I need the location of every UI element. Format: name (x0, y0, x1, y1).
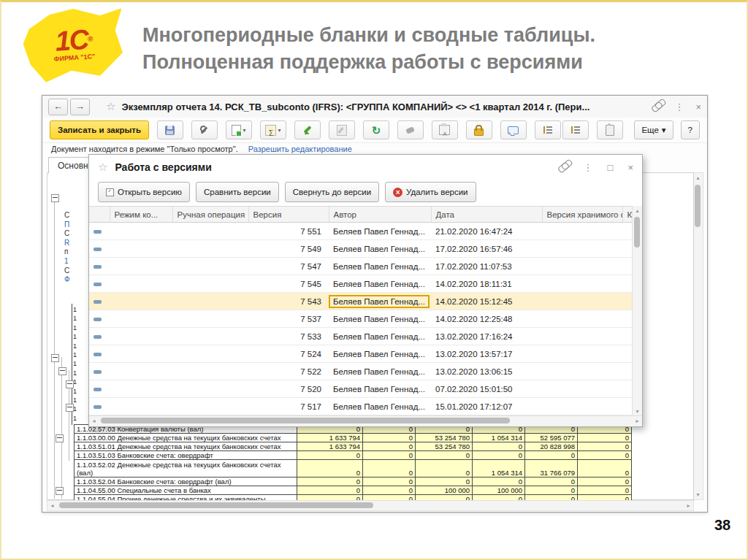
sheet-cell[interactable]: 1 054 314 (473, 460, 525, 477)
scroll-up-icon[interactable]: ▴ (693, 173, 703, 183)
version-row[interactable]: 7 551 Беляев Павел Геннад... 21.02.2020 … (89, 223, 633, 240)
col-version[interactable]: Версия (248, 207, 329, 223)
tree-expander-icon[interactable] (56, 487, 64, 495)
sheet-row[interactable]: 1.1.04.55.00 Специальные счета в банках … (75, 486, 632, 495)
sheet-row[interactable]: 1.1.04.55.04 Прочие денежные средства и … (75, 495, 632, 501)
version-row[interactable]: 7 549 Беляев Павел Геннад... 17.02.2020 … (89, 240, 633, 258)
tree-expander-icon[interactable] (51, 194, 59, 202)
sheet-cell[interactable]: 0 (297, 495, 363, 501)
comments-button[interactable] (500, 120, 527, 139)
version-row[interactable]: 7 524 Беляев Павел Геннад... 13.02.2020 … (89, 345, 633, 363)
sheet-cell[interactable]: 0 (363, 486, 416, 495)
scroll-right-icon[interactable]: ▸ (633, 416, 642, 426)
col-author[interactable]: Автор (329, 207, 431, 223)
sheet-cell[interactable]: 0 (297, 460, 363, 477)
sheet-cell[interactable]: 52 595 077 (525, 434, 578, 442)
tree-expander-icon[interactable] (56, 434, 64, 442)
sheet-cell[interactable]: 0 (578, 477, 632, 486)
sheet-cell[interactable]: 100 000 (416, 486, 473, 495)
sheet-row[interactable]: 1.1.03.51.01 Денежные средства на текущи… (75, 442, 632, 451)
lock-button[interactable] (466, 120, 492, 139)
edit-button[interactable] (294, 120, 321, 139)
sheet-cell[interactable]: 1 633 794 (297, 442, 363, 451)
sheet-cell[interactable]: 0 (578, 495, 632, 501)
clipboard-button[interactable] (597, 120, 623, 139)
sheet-cell[interactable]: 0 (525, 451, 578, 460)
refresh-button[interactable]: ↻ (363, 120, 389, 139)
version-row[interactable]: 7 537 Беляев Павел Геннад... 14.02.2020 … (89, 310, 633, 328)
version-row[interactable]: 7 543 Беляев Павел Геннад... 14.02.2020 … (89, 293, 633, 310)
link-icon[interactable] (557, 161, 569, 174)
sheet-cell[interactable]: 1 633 794 (297, 434, 363, 442)
sheet-cell[interactable]: 0 (363, 434, 416, 442)
sort-desc-button[interactable] (562, 120, 589, 139)
scroll-up-icon[interactable]: ▴ (633, 206, 642, 215)
version-row[interactable]: 7 547 Беляев Павел Геннад... 17.02.2020 … (89, 258, 633, 275)
dialog-horizontal-scrollbar[interactable]: ◂ ▸ (89, 415, 642, 426)
main-vertical-scrollbar[interactable]: ▴ ▾ (692, 172, 703, 500)
sheet-cell[interactable]: 53 254 780 (416, 442, 473, 451)
col-manual[interactable]: Ручная операция (172, 207, 248, 223)
version-row[interactable]: 7 517 Беляев Павел Геннад... 15.01.2020 … (89, 398, 633, 415)
sheet-cell[interactable]: 0 (578, 460, 632, 477)
favorite-star-icon[interactable]: ☆ (106, 100, 115, 113)
back-button[interactable]: ← (48, 99, 68, 115)
window-close-icon[interactable]: × (695, 101, 701, 112)
dialog-vertical-scrollbar[interactable]: ▴ ▾ (632, 206, 642, 416)
sheet-row[interactable]: 1.1.03.52.04 Банковские счета: овердрафт… (75, 477, 632, 486)
scroll-left-icon[interactable]: ◂ (89, 416, 99, 426)
sheet-cell[interactable]: 0 (297, 477, 363, 486)
col-icon[interactable] (89, 207, 110, 223)
sheet-cell[interactable]: 0 (525, 495, 578, 501)
settings-button[interactable] (191, 120, 218, 139)
scroll-down-icon[interactable]: ▾ (693, 490, 703, 499)
scrollbar-thumb[interactable] (634, 217, 640, 248)
delete-versions-button[interactable]: ×Удалить версии (385, 182, 476, 202)
tree-expander-icon[interactable] (58, 367, 66, 375)
sheet-cell[interactable]: 0 (416, 460, 473, 477)
dialog-maximize-icon[interactable]: □ (608, 162, 614, 173)
col-file-version[interactable]: Версия хранимого фа... (542, 207, 622, 223)
scrollbar-thumb[interactable] (101, 418, 510, 423)
link-icon[interactable] (651, 101, 663, 113)
scrollbar-thumb[interactable] (695, 185, 701, 227)
main-horizontal-scrollbar[interactable]: ◂ ▸ (47, 500, 694, 511)
sheet-cell[interactable]: 0 (363, 460, 416, 477)
col-comment[interactable]: К (622, 207, 633, 223)
sort-asc-button[interactable] (535, 120, 561, 139)
favorite-star-icon[interactable]: ☆ (98, 161, 107, 174)
sheet-cell[interactable]: 0 (578, 486, 632, 495)
sheet-row[interactable]: 1.1.03.51.03 Банковские счета: овердрафт… (75, 451, 632, 460)
edit-disabled-button[interactable] (329, 120, 355, 139)
tree-expander-icon[interactable] (66, 380, 74, 388)
sheet-cell[interactable]: 20 828 998 (525, 442, 578, 451)
sheet-cell[interactable]: 0 (525, 486, 578, 495)
sheet-cell[interactable]: 100 000 (473, 486, 525, 495)
sheet-cell[interactable]: 0 (473, 495, 525, 501)
sheet-cell[interactable]: 0 (297, 486, 363, 495)
tree-expander-icon[interactable] (51, 354, 59, 362)
more-button[interactable]: Еще▾ (634, 120, 673, 139)
save-button[interactable] (157, 120, 183, 139)
sheet-cell[interactable]: 0 (363, 451, 416, 460)
open-version-button[interactable]: Открыть версию (98, 182, 190, 202)
version-row[interactable]: 7 545 Беляев Павел Геннад... 14.02.2020 … (89, 275, 633, 293)
clear-button[interactable] (397, 120, 424, 139)
col-date[interactable]: Дата (431, 207, 542, 223)
window-menu-icon[interactable]: ⋮ (674, 101, 684, 112)
create-report-button[interactable]: ▾ (226, 120, 252, 139)
sheet-cell[interactable]: 0 (363, 442, 416, 451)
dialog-menu-icon[interactable]: ⋮ (584, 162, 593, 173)
version-row[interactable]: 7 533 Беляев Павел Геннад... 13.02.2020 … (89, 328, 633, 345)
version-row[interactable]: 7 522 Беляев Павел Геннад... 13.02.2020 … (89, 363, 633, 380)
sheet-row[interactable]: 1.1.03.52.02 Денежные средства на текущи… (75, 460, 632, 477)
sheet-cell[interactable]: 0 (578, 451, 632, 460)
sheet-row[interactable]: 1.1.03.00.00 Денежные средства на текущи… (75, 434, 632, 442)
sheet-cell[interactable]: 0 (416, 495, 473, 501)
sheet-cell[interactable]: 0 (416, 451, 473, 460)
sheet-cell[interactable]: 53 254 780 (416, 434, 473, 442)
sheet-cell[interactable]: 31 766 079 (525, 460, 578, 477)
rollback-version-button[interactable]: Свернуть до версии (285, 182, 379, 202)
tree-expander-icon[interactable] (66, 404, 74, 412)
help-button[interactable]: ? (681, 120, 700, 139)
